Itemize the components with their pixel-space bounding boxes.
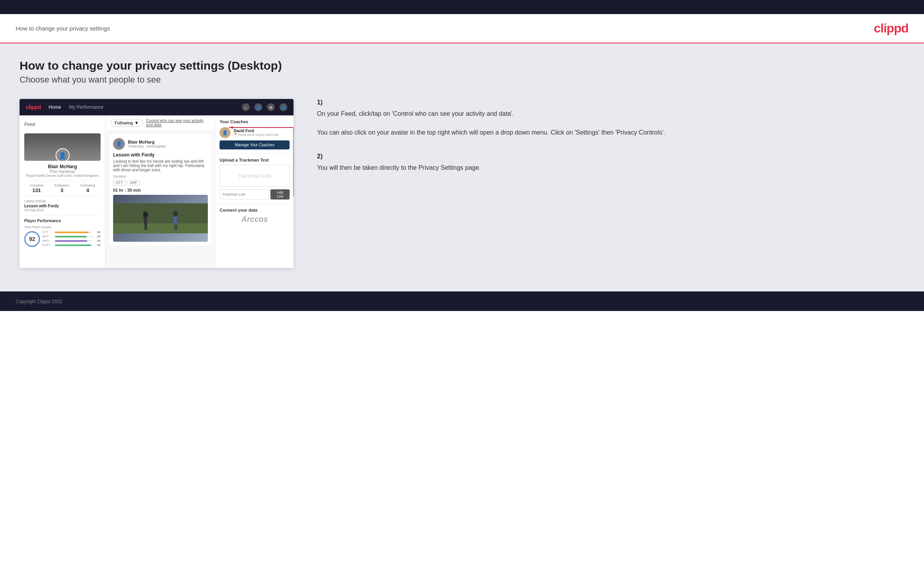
feed-post: 👤 Blair McHarg Yesterday · Sunningdale L… <box>109 134 212 246</box>
instruction-1-number: 1) <box>317 99 897 106</box>
clippd-logo: clippd <box>874 21 908 36</box>
putt-bar: PUTT 96 <box>42 243 101 247</box>
page-subheading: Choose what you want people to see <box>20 75 904 85</box>
instruction-2-text: You will then be taken directly to the P… <box>317 163 897 173</box>
coach-avatar: 👤 <box>220 127 231 138</box>
footer-copyright: Copyright Clippd 2022 <box>16 299 62 304</box>
tag-ott: OTT <box>113 180 126 185</box>
post-author-avatar: 👤 <box>113 138 125 150</box>
coach-club: 📍 Royal North Devon Golf Club <box>234 133 279 137</box>
feed-toolbar: Following ▼ Control who can see your act… <box>106 115 215 131</box>
avatar-icon[interactable]: 👤 <box>279 103 287 111</box>
svg-rect-10 <box>175 225 176 230</box>
post-image <box>113 195 208 242</box>
following-button[interactable]: Following ▼ <box>110 119 143 127</box>
trackman-input[interactable] <box>220 189 269 200</box>
user-icon[interactable]: 👤 <box>254 103 262 111</box>
post-duration-label: Duration <box>113 174 208 178</box>
quality-row: 92 OTT 90 APP 85 <box>24 230 101 248</box>
trackman-section: Upload a Trackman Test Trackman Link Add… <box>216 154 294 204</box>
latest-activity-value: Lesson with Fordy <box>24 204 101 208</box>
post-tags: OTT APP <box>113 180 208 185</box>
post-description: Looking to feel like my hands are exitin… <box>113 159 208 172</box>
arccos-brand: Arccos <box>220 215 290 224</box>
post-header: 👤 Blair McHarg Yesterday · Sunningdale <box>113 138 208 150</box>
app-logo: clippd <box>26 104 41 110</box>
followers-stat: Followers 3 <box>54 183 70 193</box>
coaches-section: Your Coaches 👤 David Ford 📍 Royal North … <box>216 115 294 154</box>
svg-rect-6 <box>146 225 147 230</box>
app-nav: clippd Home My Performance ⌕ 👤 ⊕ 👤 <box>20 99 294 115</box>
svg-rect-1 <box>113 223 208 233</box>
profile-club: Royal North Devon Golf Club, United King… <box>24 174 101 178</box>
header: How to change your privacy settings clip… <box>0 14 924 43</box>
latest-activity-label: Latest Activity <box>24 199 101 203</box>
followers-value: 3 <box>54 187 70 193</box>
svg-point-7 <box>173 211 178 217</box>
top-bar <box>0 0 924 14</box>
trackman-title: Upload a Trackman Test <box>220 158 290 162</box>
instruction-1-text: On your Feed, click/tap on 'Control who … <box>317 109 897 137</box>
nav-my-performance[interactable]: My Performance <box>69 104 103 110</box>
manage-coaches-button[interactable]: Manage Your Coaches <box>220 140 290 149</box>
search-icon[interactable]: ⌕ <box>242 103 250 111</box>
instruction-2-number: 2) <box>317 153 897 160</box>
instruction-1: 1) On your Feed, click/tap on 'Control w… <box>317 99 897 137</box>
app-body: Feed 👤 Blair McHarg Plus Handicap Royal … <box>20 115 294 268</box>
svg-rect-4 <box>142 218 148 219</box>
trackman-placeholder-box: Trackman Link <box>220 165 290 187</box>
trackman-input-row: Add Link <box>220 189 290 200</box>
coaches-title: Your Coaches <box>220 119 290 124</box>
feed-tab[interactable]: Feed <box>24 120 101 129</box>
header-title: How to change your privacy settings <box>16 25 110 32</box>
tag-app: APP <box>127 180 140 185</box>
activities-stat: Activities 131 <box>30 183 44 193</box>
app-right-panel: Your Coaches 👤 David Ford 📍 Royal North … <box>215 115 294 268</box>
footer: Copyright Clippd 2022 <box>0 291 924 311</box>
post-author-name: Blair McHarg <box>128 140 166 144</box>
nav-home[interactable]: Home <box>49 104 61 110</box>
stats-row: Activities 131 Followers 3 Following 4 <box>24 181 101 196</box>
svg-point-2 <box>143 212 148 217</box>
following-stat: Following 4 <box>80 183 95 193</box>
profile-avatar: 👤 <box>56 148 70 161</box>
post-duration-value: 01 hr : 30 min <box>113 188 208 192</box>
svg-rect-11 <box>176 225 177 230</box>
app-bar: APP 85 <box>42 235 101 238</box>
connect-section: Connect your data Arccos <box>216 204 294 228</box>
content-layout: clippd Home My Performance ⌕ 👤 ⊕ 👤 Feed … <box>20 99 904 268</box>
connect-title: Connect your data <box>220 208 290 212</box>
player-performance-section: Player Performance Total Player Quality … <box>24 215 101 248</box>
post-title: Lesson with Fordy <box>113 152 208 158</box>
instructions: 1) On your Feed, click/tap on 'Control w… <box>309 99 904 188</box>
page-heading: How to change your privacy settings (Des… <box>20 59 904 72</box>
ott-bar: OTT 90 <box>42 230 101 234</box>
app-feed: Following ▼ Control who can see your act… <box>106 115 215 268</box>
quality-label: Total Player Quality <box>24 225 101 229</box>
profile-name: Blair McHarg <box>24 164 101 169</box>
control-privacy-link[interactable]: Control who can see your activity and da… <box>146 119 211 127</box>
activities-value: 131 <box>30 187 44 193</box>
app-screenshot: clippd Home My Performance ⌕ 👤 ⊕ 👤 Feed … <box>20 99 294 268</box>
nav-icons: ⌕ 👤 ⊕ 👤 <box>242 103 287 111</box>
add-link-button[interactable]: Add Link <box>270 189 290 200</box>
svg-rect-5 <box>144 225 146 230</box>
following-value: 4 <box>80 187 95 193</box>
coach-item: 👤 David Ford 📍 Royal North Devon Golf Cl… <box>220 127 290 138</box>
quality-bars: OTT 90 APP 85 ARG <box>42 230 101 248</box>
app-sidebar: Feed 👤 Blair McHarg Plus Handicap Royal … <box>20 115 106 268</box>
post-meta: Yesterday · Sunningdale <box>128 144 166 148</box>
svg-rect-9 <box>173 217 178 218</box>
profile-banner: 👤 <box>24 133 101 161</box>
player-perf-title: Player Performance <box>24 219 101 223</box>
arg-bar: ARG 86 <box>42 239 101 243</box>
globe-icon[interactable]: ⊕ <box>267 103 275 111</box>
profile-handicap: Plus Handicap <box>24 169 101 174</box>
coach-name: David Ford <box>234 129 279 133</box>
main-content: How to change your privacy settings (Des… <box>0 43 924 291</box>
quality-score: 92 <box>24 231 40 247</box>
instruction-2: 2) You will then be taken directly to th… <box>317 153 897 173</box>
latest-activity-date: 03 Aug 2022 <box>24 208 101 212</box>
